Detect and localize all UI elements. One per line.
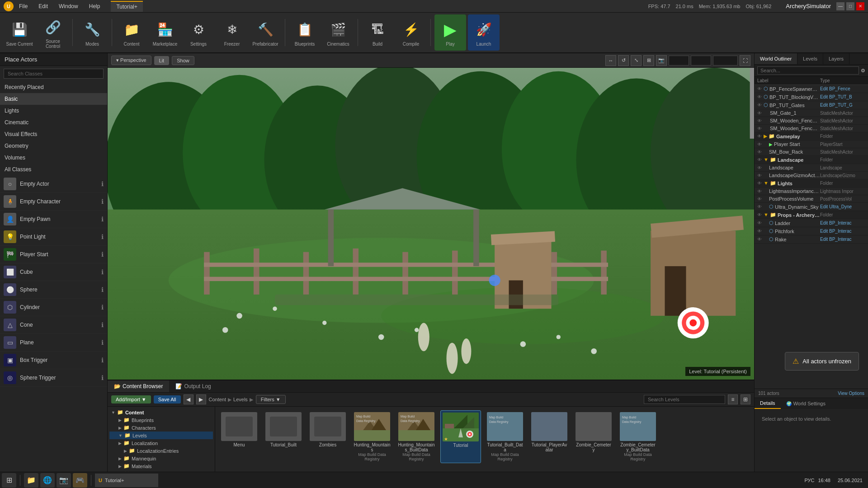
visibility-icon-10[interactable]: 👁 xyxy=(757,157,764,162)
actor-empty-actor-info[interactable]: ℹ xyxy=(101,180,104,188)
cinematics-btn[interactable]: 🎬 Cinematics xyxy=(322,14,354,51)
category-geometry[interactable]: Geometry xyxy=(0,140,107,152)
settings-btn[interactable]: ⚙ Settings xyxy=(183,14,214,51)
modes-btn[interactable]: 🔧 Modes xyxy=(76,14,108,51)
menu-edit[interactable]: Edit xyxy=(37,2,50,10)
visibility-icon-19[interactable]: 👁 xyxy=(757,229,764,234)
play-btn[interactable]: ▶ Play xyxy=(434,14,466,51)
category-recently-placed[interactable]: Recently Placed xyxy=(0,81,107,93)
taskbar-app-ue4[interactable]: U Tutorial+ xyxy=(95,474,158,487)
menu-help[interactable]: Help xyxy=(87,2,102,10)
filters-btn[interactable]: Filters ▼ xyxy=(256,395,286,404)
tab-world-outliner[interactable]: World Outliner xyxy=(755,53,797,64)
actor-sphere-trigger-info[interactable]: ℹ xyxy=(101,374,104,381)
visibility-icon-18[interactable]: 👁 xyxy=(757,221,764,225)
cb-item-zombies[interactable]: Zombies xyxy=(307,410,348,463)
visibility-icon-7[interactable]: 👁 xyxy=(757,134,764,139)
cb-item-tutorial-built[interactable]: Tutorial_Built xyxy=(263,410,304,463)
actor-plane-info[interactable]: ℹ xyxy=(101,339,104,346)
save-all-btn[interactable]: Save All xyxy=(154,395,181,404)
actor-player-start[interactable]: 🏁 Player Start ℹ xyxy=(0,246,107,263)
cb-item-tutorial-player[interactable]: Tutorial_PlayerAvatar xyxy=(529,410,570,463)
outliner-row-bp-gates[interactable]: 👁 ⬡ BP_TUT_Gates Edit BP_TUT_G xyxy=(755,101,868,109)
category-visual-effects[interactable]: Visual Effects xyxy=(0,128,107,140)
menu-window[interactable]: Window xyxy=(57,2,80,10)
tab-details[interactable]: Details xyxy=(755,398,781,409)
blueprints-btn[interactable]: 📋 Blueprints xyxy=(289,14,321,51)
taskbar-start-btn[interactable]: ⊞ xyxy=(2,473,16,488)
visibility-icon-14[interactable]: 👁 xyxy=(757,189,764,194)
lit-btn[interactable]: Lit xyxy=(154,56,170,65)
visibility-icon-8[interactable]: 👁 xyxy=(757,142,764,147)
actor-box-trigger-info[interactable]: ℹ xyxy=(101,357,104,364)
visibility-icon-2[interactable]: 👁 xyxy=(757,94,764,99)
menu-file[interactable]: File xyxy=(17,2,29,10)
freezer-btn[interactable]: ❄ Freezer xyxy=(216,14,248,51)
add-import-btn[interactable]: Add/Import ▼ xyxy=(111,395,151,404)
actor-point-light[interactable]: 💡 Point Light ℹ xyxy=(0,228,107,246)
nav-forward-btn[interactable]: ▶ xyxy=(196,394,206,404)
compile-btn[interactable]: ⚡ Compile xyxy=(395,14,427,51)
category-cinematic[interactable]: Cinematic xyxy=(0,117,107,128)
visibility-icon-20[interactable]: 👁 xyxy=(757,237,764,242)
outliner-row-sm-gate[interactable]: 👁 SM_Gate_1 StaticMeshActor xyxy=(755,109,868,117)
taskbar-game-btn[interactable]: 🎮 xyxy=(73,473,87,488)
cb-item-hunting-mountains[interactable]: Map Build Data Registry Hunting_Mountain… xyxy=(352,410,392,463)
actor-plane[interactable]: ▭ Plane ℹ xyxy=(0,334,107,352)
perspective-btn[interactable]: ▾ Perspective xyxy=(111,56,151,65)
outliner-row-landscape[interactable]: 👁 Landscape Landscape xyxy=(755,164,868,172)
outliner-options-btn[interactable]: ⚙ xyxy=(861,68,865,74)
visibility-icon-13[interactable]: 👁 xyxy=(757,181,764,186)
tab-layers[interactable]: Layers xyxy=(823,53,849,64)
actor-cylinder[interactable]: ⬡ Cylinder ℹ xyxy=(0,299,107,316)
actor-sphere-trigger[interactable]: ◎ Sphere Trigger ℹ xyxy=(0,369,107,387)
tree-mannequin[interactable]: ▶ 📁 Mannequin xyxy=(109,455,213,462)
actor-cylinder-info[interactable]: ℹ xyxy=(101,304,104,311)
tree-materials[interactable]: ▶ 📁 Materials xyxy=(109,462,213,470)
outliner-row-landscape-gizmo[interactable]: 👁 LandscapeGizmoActiveActor LandscapeGiz… xyxy=(755,172,868,179)
visibility-icon-12[interactable]: 👁 xyxy=(757,173,764,178)
tab-output-log[interactable]: 📝 Output Log xyxy=(169,380,217,392)
outliner-row-lights-folder[interactable]: 👁 ▼ 📁 Lights Folder xyxy=(755,179,868,188)
visibility-icon-16[interactable]: 👁 xyxy=(757,204,764,209)
cb-item-tutorial[interactable]: ★ Tutorial xyxy=(440,410,481,463)
cb-view-list-btn[interactable]: ≡ xyxy=(728,394,738,404)
actor-empty-pawn-info[interactable]: ℹ xyxy=(101,216,104,223)
tree-localization[interactable]: ▶ 📁 Localization xyxy=(109,439,213,447)
active-tab[interactable]: Tutorial+ xyxy=(111,1,143,12)
visibility-icon-3[interactable]: 👁 xyxy=(757,103,764,108)
cb-item-hunting-mountains-built[interactable]: Map Build Data Registry Hunting_Mountain… xyxy=(396,410,437,463)
vp-fullscreen-btn[interactable]: ⛶ xyxy=(740,55,750,66)
cb-item-menu[interactable]: Menu xyxy=(219,410,259,463)
launch-btn[interactable]: 🚀 Launch xyxy=(468,14,500,51)
actor-cube[interactable]: ⬜ Cube ℹ xyxy=(0,263,107,281)
visibility-icon-11[interactable]: 👁 xyxy=(757,165,764,170)
prefabricator-btn[interactable]: 🔨 Prefabricator xyxy=(250,14,281,51)
tree-levels[interactable]: ▼ 📁 Levels xyxy=(109,432,213,439)
outliner-row-bp-fence[interactable]: 👁 ⬡ BP_FenceSpawnerPrim7 Edit BP_Fence xyxy=(755,85,868,93)
visibility-icon-1[interactable]: 👁 xyxy=(757,86,764,91)
tree-blueprints[interactable]: ▶ 📁 Blueprints xyxy=(109,416,213,424)
view-options-link[interactable]: View Options xyxy=(838,391,864,396)
outliner-row-rake[interactable]: 👁 ⬡ Rake Edit BP_Interac xyxy=(755,235,868,244)
visibility-icon-5[interactable]: 👁 xyxy=(757,118,764,123)
actor-point-light-info[interactable]: ℹ xyxy=(101,233,104,240)
outliner-row-ultra-sky[interactable]: 👁 ⬡ Ultra_Dynamic_Sky Edit Ultra_Dyne xyxy=(755,203,868,211)
outliner-row-sm-fence-2[interactable]: 👁 SM_Wooden_Fence_Part2 StaticMeshActor xyxy=(755,117,868,125)
tree-localization-entries[interactable]: ▶ 📁 LocalizationEntries xyxy=(109,447,213,455)
cb-item-tutorial-data[interactable]: Map Build Data Registry Tutorial_Built_D… xyxy=(485,410,525,463)
vp-tool-scale[interactable]: ⤡ xyxy=(631,55,642,66)
outliner-row-postprocess[interactable]: 👁 PostProcessVolume PostProcessVol xyxy=(755,195,868,203)
actor-empty-character[interactable]: 🧍 Empty Character ℹ xyxy=(0,193,107,211)
visibility-icon-6[interactable]: 👁 xyxy=(757,126,764,131)
actor-cone[interactable]: △ Cone ℹ xyxy=(0,316,107,334)
outliner-row-pitchfork[interactable]: 👁 ⬡ Pitchfork Edit BP_Interac xyxy=(755,227,868,235)
outliner-row-sm-fence-3[interactable]: 👁 SM_Wooden_Fence_Part3 StaticMeshActor xyxy=(755,125,868,132)
vp-tool-rotate[interactable]: ↺ xyxy=(618,55,629,66)
actor-empty-pawn[interactable]: 👤 Empty Pawn ℹ xyxy=(0,211,107,228)
tree-characters[interactable]: ▶ 📁 Characters xyxy=(109,424,213,432)
outliner-row-bp-blocking[interactable]: 👁 ⬡ BP_TUT_BlockingVolume Edit BP_TUT_B xyxy=(755,93,868,101)
vp-tool-transform[interactable]: ⊞ xyxy=(643,55,654,66)
cb-view-grid-btn[interactable]: ⊞ xyxy=(741,394,750,404)
actor-empty-character-info[interactable]: ℹ xyxy=(101,198,104,205)
